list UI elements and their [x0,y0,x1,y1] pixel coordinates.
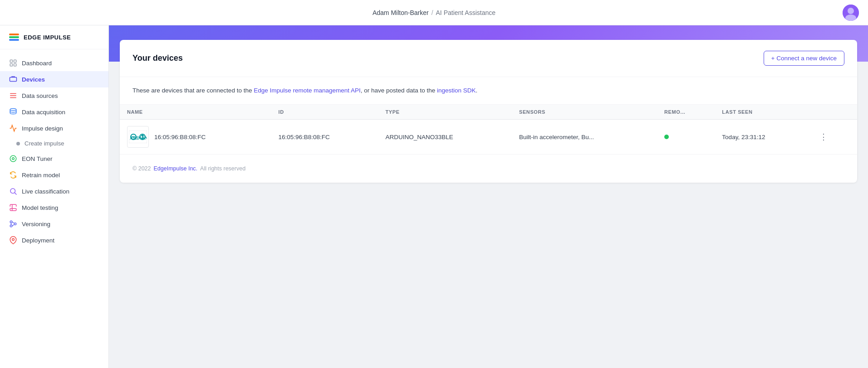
devices-icon [9,75,17,83]
device-more-button[interactable]: ⋮ [816,130,831,144]
sub-dot-icon [16,142,20,145]
breadcrumb-separator: / [432,9,433,16]
col-id: ID [271,105,378,120]
device-sensors-cell: Built-in accelerometer, Bu... [512,120,657,155]
retrain-model-label: Retrain model [22,172,60,179]
connect-device-button[interactable]: + Connect a new device [764,51,844,66]
svg-line-20 [12,222,15,223]
deployment-icon [9,236,17,244]
project-name: AI Patient Assistance [436,9,496,16]
sidebar-item-model-testing[interactable]: Model testing [0,199,108,216]
logo-line-3 [9,39,19,41]
avatar[interactable] [843,5,859,21]
data-acquisition-label: Data acquisition [22,109,65,116]
versioning-label: Versioning [22,221,50,228]
model-testing-label: Model testing [22,204,58,211]
footer-company-link[interactable]: EdgeImpulse Inc. [154,165,198,172]
svg-rect-6 [14,64,16,66]
svg-point-16 [10,221,12,223]
sidebar-item-live-classification[interactable]: Live classification [0,183,108,199]
main-content: Your devices + Connect a new device Thes… [109,25,868,368]
devices-description: These are devices that are connected to … [120,77,857,105]
svg-point-17 [10,225,12,227]
deployment-label: Deployment [22,237,54,244]
live-classification-icon [9,187,17,195]
table-header: NAME ID TYPE SENSORS REMO... LAST SEEN [120,105,857,120]
dashboard-label: Dashboard [22,60,52,67]
svg-rect-4 [14,60,16,62]
sidebar-item-dashboard[interactable]: Dashboard [0,55,108,71]
table-body: ARDUINO [120,120,857,155]
sidebar-item-versioning[interactable]: Versioning [0,216,108,232]
page-footer: © 2022 EdgeImpulse Inc. All rights reser… [120,155,857,183]
col-remote: REMO... [657,105,715,120]
device-id-cell: 16:05:96:B8:08:FC [271,120,378,155]
footer-copyright: © 2022 [132,165,151,172]
svg-point-1 [848,8,854,14]
logo-line-2 [9,36,19,38]
sidebar-item-impulse-design[interactable]: Impulse design [0,120,108,136]
device-type-cell: ARDUINO_NANO33BLE [378,120,512,155]
logo-icon [9,34,19,41]
breadcrumb: Adam Milton-Barker / AI Patient Assistan… [373,9,495,16]
data-sources-icon [9,92,17,100]
data-acquisition-icon [9,108,17,116]
sidebar-item-eon-tuner[interactable]: EON Tuner [0,150,108,167]
logo-line-1 [9,34,19,35]
eon-tuner-icon [9,155,17,163]
logo-text: EDGE IMPULSE [24,34,71,41]
svg-point-11 [10,109,16,111]
description-middle: , or have posted data to the [361,87,437,94]
versioning-icon [9,220,17,228]
col-sensors: SENSORS [512,105,657,120]
impulse-design-label: Impulse design [22,125,63,132]
page-title: Your devices [132,53,183,63]
svg-point-12 [10,155,16,162]
retrain-model-icon [9,171,17,179]
device-name-cell: ARDUINO [120,120,271,155]
sidebar: EDGE IMPULSE Dashboard Devices Data sour [0,25,109,368]
svg-point-18 [14,223,16,225]
sidebar-nav: Dashboard Devices Data sources Data acqu… [0,49,108,368]
app-body: EDGE IMPULSE Dashboard Devices Data sour [0,25,868,368]
devices-table: NAME ID TYPE SENSORS REMO... LAST SEEN [120,105,857,155]
sidebar-item-devices[interactable]: Devices [0,71,108,87]
device-remote-cell [657,120,715,155]
col-actions [809,105,857,120]
svg-point-13 [12,158,15,160]
impulse-design-icon [9,124,17,132]
user-name: Adam Milton-Barker [373,9,429,16]
col-last-seen: LAST SEEN [715,105,808,120]
table-row: ARDUINO [120,120,857,155]
live-classification-label: Live classification [22,188,69,195]
arduino-logo: ARDUINO [127,126,149,148]
svg-rect-7 [10,77,17,82]
ingestion-sdk-link[interactable]: ingestion SDK [437,87,476,94]
device-last-seen-cell: Today, 23:31:12 [715,120,808,155]
device-actions-cell: ⋮ [809,120,857,155]
sidebar-item-create-impulse[interactable]: Create impulse [0,136,108,150]
footer-rights: All rights reserved [200,165,245,172]
sidebar-item-data-sources[interactable]: Data sources [0,87,108,104]
svg-line-15 [15,193,16,194]
sidebar-item-data-acquisition[interactable]: Data acquisition [0,104,108,120]
devices-label: Devices [22,76,45,83]
device-logo-cell: ARDUINO [127,126,264,148]
data-sources-label: Data sources [22,92,58,99]
svg-line-21 [12,225,15,226]
devices-header: Your devices + Connect a new device [120,40,857,77]
svg-rect-5 [10,64,12,66]
create-impulse-label: Create impulse [25,140,64,147]
col-name: NAME [120,105,271,120]
sidebar-item-deployment[interactable]: Deployment [0,232,108,248]
devices-container: Your devices + Connect a new device Thes… [120,40,857,183]
sidebar-item-retrain-model[interactable]: Retrain model [0,167,108,183]
col-type: TYPE [378,105,512,120]
svg-point-22 [12,238,15,241]
device-name: 16:05:96:B8:08:FC [154,134,206,140]
dashboard-icon [9,59,17,67]
remote-management-api-link[interactable]: Edge Impulse remote management API [254,87,361,94]
eon-tuner-label: EON Tuner [22,155,53,162]
sidebar-logo: EDGE IMPULSE [0,25,108,49]
model-testing-icon [9,203,17,212]
